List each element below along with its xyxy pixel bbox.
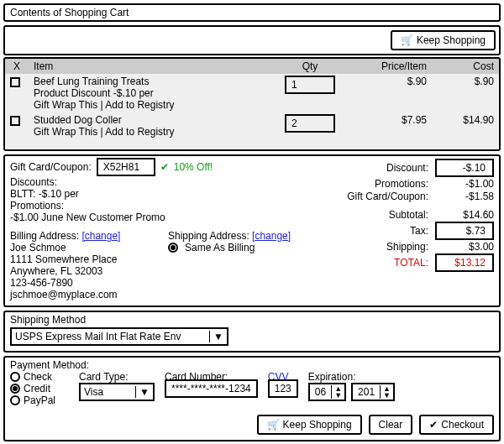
col-qty: Qty: [272, 59, 348, 74]
pay-check-radio[interactable]: [10, 372, 20, 382]
qty-input[interactable]: 1: [285, 76, 335, 94]
chevron-down-icon: ▼: [209, 331, 223, 342]
same-as-billing-radio[interactable]: [168, 243, 178, 253]
col-price: Price/Item: [348, 59, 432, 74]
discounts-label: Discounts:: [10, 176, 316, 188]
col-item: Item: [29, 59, 272, 74]
cardtype-label: Card Type:: [79, 371, 155, 383]
chevron-down-icon: ▼: [135, 386, 150, 398]
billing-title: Billing Address:: [10, 230, 79, 242]
checkmark-icon: [160, 161, 169, 173]
billing-line: 123-456-7890: [10, 277, 158, 289]
pay-check-label: Check: [24, 371, 52, 383]
expiration-label: Expiration:: [308, 371, 395, 383]
billing-line: Joe Schmoe: [10, 242, 158, 253]
gc-value: -$1.58: [435, 191, 494, 202]
item-cost: $.90: [432, 74, 499, 112]
exp-month-value: 06: [310, 384, 331, 400]
subtotal-label: Subtotal:: [389, 209, 428, 221]
item-price: $.90: [348, 74, 432, 112]
discount-value: -$.10: [435, 159, 494, 177]
subtotal-value: $14.60: [435, 209, 494, 221]
item-name: Beef Lung Training Treats: [34, 76, 267, 87]
item-actions[interactable]: Gift Wrap This | Add to Registry: [34, 126, 267, 138]
page-title: Contents of Shopping Cart: [10, 7, 494, 18]
clear-label: Clear: [379, 419, 403, 431]
checkout-button[interactable]: Checkout: [419, 415, 494, 435]
checkout-label: Checkout: [441, 419, 484, 431]
discount-label: Discount:: [386, 162, 428, 174]
table-row: Studded Dog Coller Gift Wrap This | Add …: [5, 112, 499, 139]
shipping-method-select[interactable]: USPS Express Mail Int Flat Rate Env ▼: [10, 327, 228, 346]
cardtype-select[interactable]: Visa ▼: [79, 383, 155, 401]
promotions-label: Promotions:: [10, 200, 316, 212]
promo-label: Promotions:: [375, 178, 428, 190]
total-label: TOTAL:: [394, 257, 428, 269]
billing-change-link[interactable]: [change]: [81, 230, 120, 242]
same-as-billing-label: Same As Billing: [185, 242, 255, 253]
item-actions[interactable]: Gift Wrap This | Add to Registry: [34, 99, 267, 111]
check-icon: [429, 419, 438, 431]
keep-shopping-label: Keep Shopping: [283, 419, 352, 431]
cardnum-input[interactable]: ****-****-****-1234: [165, 379, 258, 398]
tax-label: Tax:: [410, 225, 428, 237]
total-value: $13.12: [435, 253, 494, 272]
item-name: Studded Dog Coller: [34, 114, 267, 126]
promo-value: -$1.00: [435, 178, 494, 190]
coupon-msg: 10% Off!: [174, 161, 213, 173]
cart-table: X Item Qty Price/Item Cost Beef Lung Tra…: [5, 59, 499, 149]
pay-paypal-label: PayPal: [24, 394, 55, 406]
pay-credit-radio[interactable]: [10, 384, 20, 394]
clear-button[interactable]: Clear: [369, 415, 413, 435]
coupon-label: Gift Card/Coupon:: [10, 161, 92, 173]
exp-year-stepper[interactable]: 201▲▼: [351, 383, 395, 401]
spinner-arrows-icon: ▲▼: [380, 385, 393, 399]
shipping-label: Shipping:: [386, 241, 428, 253]
cart-icon: [267, 419, 280, 431]
col-cost: Cost: [432, 59, 499, 74]
tax-value: $.73: [435, 222, 494, 240]
col-x: X: [5, 59, 29, 74]
keep-shopping-label: Keep Shopping: [417, 34, 486, 46]
payment-title: Payment Method:: [10, 359, 494, 371]
coupon-input[interactable]: X52H81: [97, 158, 155, 176]
keep-shopping-button[interactable]: Keep Shopping: [257, 415, 362, 435]
table-row: Beef Lung Training Treats Product Discou…: [5, 74, 499, 112]
billing-line: 1111 Somewhere Place: [10, 253, 158, 265]
shipping-method-title: Shipping Method: [10, 314, 494, 326]
keep-shopping-button[interactable]: Keep Shopping: [391, 30, 496, 50]
billing-line: Anywhere, FL 32003: [10, 265, 158, 277]
qty-input[interactable]: 2: [285, 114, 335, 133]
shipping-method-value: USPS Express Mail Int Flat Rate Env: [15, 331, 204, 342]
cart-icon: [401, 34, 413, 46]
cardtype-value: Visa: [84, 386, 130, 398]
shipping-title: Shipping Address:: [168, 230, 249, 242]
remove-checkbox[interactable]: [10, 77, 20, 87]
item-cost: $14.90: [432, 112, 499, 139]
pay-paypal-radio[interactable]: [10, 395, 20, 405]
billing-line: jschmoe@myplace.com: [10, 289, 158, 300]
cvv-input[interactable]: 123: [268, 379, 298, 398]
item-price: $7.95: [348, 112, 432, 139]
spinner-arrows-icon: ▲▼: [331, 385, 344, 399]
gc-label: Gift Card/Coupon:: [347, 191, 428, 202]
remove-checkbox[interactable]: [10, 116, 20, 126]
discount-line: BLTT: -$.10 per: [10, 188, 316, 200]
exp-year-value: 201: [353, 384, 380, 400]
promotion-line: -$1.00 June New Customer Promo: [10, 212, 316, 223]
exp-month-stepper[interactable]: 06▲▼: [308, 383, 346, 401]
pay-credit-label: Credit: [24, 383, 50, 394]
shipping-value: $3.00: [435, 241, 494, 253]
item-discount: Product Discount -$.10 per: [34, 87, 267, 99]
shipping-change-link[interactable]: [change]: [252, 230, 291, 242]
